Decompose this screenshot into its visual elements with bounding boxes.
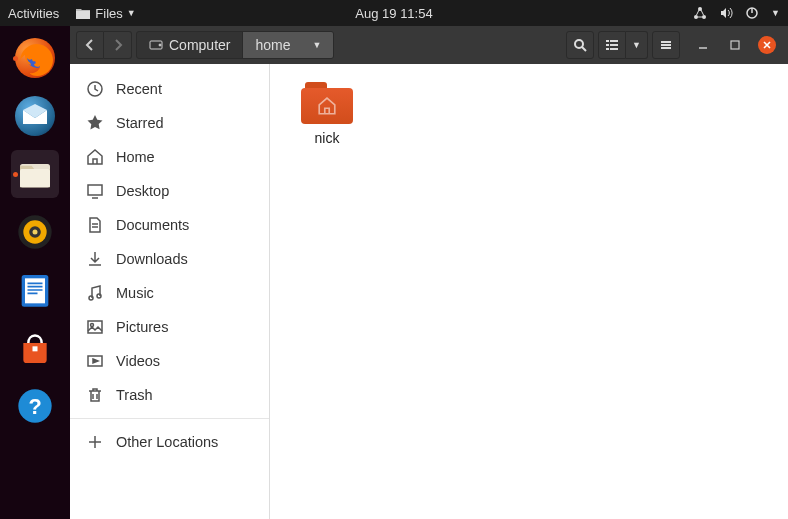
sidebar-item-label: Starred xyxy=(116,115,164,131)
sidebar-item-label: Home xyxy=(116,149,155,165)
picture-icon xyxy=(86,318,104,336)
svg-rect-24 xyxy=(610,48,618,50)
svg-point-17 xyxy=(159,44,161,46)
separator xyxy=(70,418,269,419)
view-options-button[interactable]: ▼ xyxy=(626,31,648,59)
home-folder-icon xyxy=(301,80,353,124)
svg-rect-6 xyxy=(20,169,50,187)
app-menu[interactable]: Files ▼ xyxy=(75,6,135,21)
svg-rect-26 xyxy=(661,44,671,46)
svg-rect-20 xyxy=(610,40,618,42)
sidebar-item-videos[interactable]: Videos xyxy=(70,344,269,378)
dock-thunderbird[interactable] xyxy=(11,92,59,140)
sidebar-item-label: Trash xyxy=(116,387,153,403)
launcher-dock: ? xyxy=(0,26,70,519)
sidebar-item-label: Documents xyxy=(116,217,189,233)
close-button[interactable] xyxy=(758,36,776,54)
svg-rect-21 xyxy=(606,44,609,46)
folder-item[interactable]: nick xyxy=(286,80,368,146)
sidebar-item-documents[interactable]: Documents xyxy=(70,208,269,242)
view-list-button[interactable] xyxy=(598,31,626,59)
hamburger-menu-button[interactable] xyxy=(652,31,680,59)
svg-rect-22 xyxy=(610,44,618,46)
app-menu-label: Files xyxy=(95,6,122,21)
search-button[interactable] xyxy=(566,31,594,59)
path-root[interactable]: Computer xyxy=(137,32,242,58)
dock-help[interactable]: ? xyxy=(11,382,59,430)
maximize-button[interactable] xyxy=(726,36,744,54)
sidebar-item-recent[interactable]: Recent xyxy=(70,72,269,106)
sidebar-item-label: Videos xyxy=(116,353,160,369)
sidebar-item-label: Other Locations xyxy=(116,434,218,450)
sidebar-item-pictures[interactable]: Pictures xyxy=(70,310,269,344)
sidebar-item-downloads[interactable]: Downloads xyxy=(70,242,269,276)
svg-rect-19 xyxy=(606,40,609,42)
desktop-icon xyxy=(86,182,104,200)
trash-icon xyxy=(86,386,104,404)
sidebar-item-home[interactable]: Home xyxy=(70,140,269,174)
network-icon[interactable] xyxy=(693,6,707,20)
video-icon xyxy=(86,352,104,370)
minimize-button[interactable] xyxy=(694,36,712,54)
chevron-down-icon: ▼ xyxy=(313,40,322,50)
plus-icon xyxy=(86,433,104,451)
document-icon xyxy=(86,216,104,234)
path-current[interactable]: home ▼ xyxy=(242,32,333,58)
svg-text:?: ? xyxy=(28,394,41,419)
download-icon xyxy=(86,250,104,268)
sidebar-item-label: Pictures xyxy=(116,319,168,335)
folder-label: nick xyxy=(315,130,340,146)
path-current-label: home xyxy=(255,37,290,53)
disk-icon xyxy=(149,38,163,52)
path-root-label: Computer xyxy=(169,37,230,53)
svg-point-1 xyxy=(694,15,698,19)
nav-forward-button[interactable] xyxy=(104,31,132,59)
activities-button[interactable]: Activities xyxy=(8,6,59,21)
dock-software[interactable] xyxy=(11,324,59,372)
file-view[interactable]: nick xyxy=(270,64,788,519)
svg-point-32 xyxy=(97,294,101,298)
sidebar-item-label: Recent xyxy=(116,81,162,97)
sidebar-item-label: Desktop xyxy=(116,183,169,199)
svg-point-2 xyxy=(702,15,706,19)
svg-rect-30 xyxy=(88,185,102,195)
svg-rect-33 xyxy=(88,321,102,333)
sidebar-item-music[interactable]: Music xyxy=(70,276,269,310)
sidebar-item-label: Downloads xyxy=(116,251,188,267)
music-icon xyxy=(86,284,104,302)
top-panel: Activities Files ▼ Aug 19 11:54 ▼ xyxy=(0,0,788,26)
clock[interactable]: Aug 19 11:54 xyxy=(355,6,432,21)
chevron-down-icon: ▼ xyxy=(127,8,136,18)
files-window: Computer home ▼ ▼ Recent xyxy=(70,26,788,519)
headerbar: Computer home ▼ ▼ xyxy=(70,26,788,64)
svg-rect-25 xyxy=(661,41,671,43)
svg-rect-23 xyxy=(606,48,609,50)
svg-point-18 xyxy=(575,40,583,48)
sidebar-item-label: Music xyxy=(116,285,154,301)
star-icon xyxy=(86,114,104,132)
places-sidebar: Recent Starred Home Desktop Documents Do… xyxy=(70,64,270,519)
clock-icon xyxy=(86,80,104,98)
volume-icon[interactable] xyxy=(719,6,733,20)
chevron-down-icon: ▼ xyxy=(632,40,641,50)
svg-rect-28 xyxy=(731,41,739,49)
dock-writer[interactable] xyxy=(11,266,59,314)
power-icon[interactable] xyxy=(745,6,759,20)
dock-rhythmbox[interactable] xyxy=(11,208,59,256)
nav-back-button[interactable] xyxy=(76,31,104,59)
dock-firefox[interactable] xyxy=(11,34,59,82)
chevron-down-icon[interactable]: ▼ xyxy=(771,8,780,18)
svg-rect-13 xyxy=(33,346,38,351)
path-bar: Computer home ▼ xyxy=(136,31,334,59)
sidebar-item-trash[interactable]: Trash xyxy=(70,378,269,412)
sidebar-item-desktop[interactable]: Desktop xyxy=(70,174,269,208)
svg-rect-27 xyxy=(661,47,671,49)
svg-rect-12 xyxy=(25,278,45,303)
sidebar-item-starred[interactable]: Starred xyxy=(70,106,269,140)
folder-icon xyxy=(75,7,91,20)
svg-point-31 xyxy=(89,296,93,300)
dock-files[interactable] xyxy=(11,150,59,198)
home-icon xyxy=(86,148,104,166)
svg-point-10 xyxy=(33,230,38,235)
sidebar-item-other-locations[interactable]: Other Locations xyxy=(70,425,269,459)
